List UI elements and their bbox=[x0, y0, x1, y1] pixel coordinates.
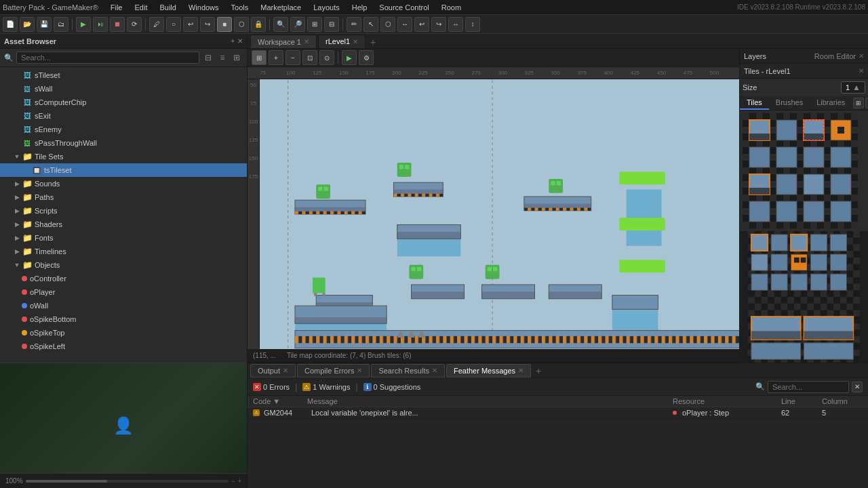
stop-btn[interactable]: ⏹ bbox=[110, 17, 125, 32]
tab-compile-errors[interactable]: Compile Errors ✕ bbox=[297, 364, 370, 378]
room-canvas[interactable] bbox=[260, 79, 739, 349]
tab-feather-close[interactable]: ✕ bbox=[518, 367, 524, 374]
tool4[interactable]: ↪ bbox=[200, 17, 215, 32]
tileset-number-up[interactable]: ▲ bbox=[852, 83, 861, 92]
flip-h-btn[interactable]: ↔ bbox=[448, 17, 463, 32]
menu-source-control[interactable]: Source Control bbox=[374, 2, 434, 13]
tool6[interactable]: 🔒 bbox=[251, 17, 266, 32]
tab-brushes[interactable]: Brushes bbox=[769, 96, 810, 110]
menu-file[interactable]: File bbox=[105, 2, 128, 13]
filter-icon[interactable]: ⊟ bbox=[202, 52, 214, 64]
tree-item-sExit[interactable]: 🖼 sExit bbox=[0, 109, 247, 123]
folder-arrow-timelines[interactable]: ▶ bbox=[12, 247, 22, 256]
tree-item-Sounds[interactable]: ▶ 📁 Sounds bbox=[0, 177, 247, 190]
tool2[interactable]: ○ bbox=[166, 17, 181, 32]
feather-close-btn[interactable]: ✕ bbox=[852, 382, 863, 392]
tree-item-Scripts[interactable]: ▶ 📁 Scripts bbox=[0, 204, 247, 218]
tab-compile-errors-close[interactable]: ✕ bbox=[357, 367, 362, 374]
tab-rlevel1[interactable]: rLevel1 ✕ bbox=[318, 35, 366, 48]
tab-output[interactable]: Output ✕ bbox=[250, 364, 296, 378]
search-btn[interactable]: 🔍 bbox=[273, 17, 288, 32]
erase-btn[interactable]: ⬡ bbox=[380, 17, 395, 32]
tool5[interactable]: ⬡ bbox=[234, 17, 249, 32]
new-btn[interactable]: 📄 bbox=[3, 17, 18, 32]
tab-tiles[interactable]: Tiles bbox=[740, 96, 769, 110]
tab-rlevel1-close[interactable]: ✕ bbox=[353, 38, 358, 45]
tab-search-results-close[interactable]: ✕ bbox=[432, 367, 437, 374]
menu-build[interactable]: Build bbox=[154, 2, 181, 13]
tab-output-close[interactable]: ✕ bbox=[283, 367, 288, 374]
run-btn[interactable]: ▶ bbox=[76, 17, 91, 32]
tree-item-oSpikeLeft[interactable]: oSpikeLeft bbox=[0, 340, 247, 353]
menu-help[interactable]: Help bbox=[347, 2, 373, 13]
tree-item-Paths[interactable]: ▶ 📁 Paths bbox=[0, 190, 247, 204]
tab-workspace[interactable]: Workspace 1 ✕ bbox=[250, 35, 317, 48]
tiles-panel-close[interactable]: ✕ bbox=[859, 67, 864, 75]
zoom-in-btn[interactable]: + bbox=[269, 50, 283, 65]
folder-arrow-objects[interactable]: ▼ bbox=[12, 260, 22, 270]
folder-arrow-paths[interactable]: ▶ bbox=[12, 192, 22, 202]
table-row-0[interactable]: ⚠ GM2044 Local variable 'onepixel' is al… bbox=[248, 407, 868, 419]
feather-search-input[interactable] bbox=[768, 381, 849, 393]
asset-browser-close[interactable]: ✕ bbox=[237, 37, 243, 45]
tool1[interactable]: 🖊 bbox=[149, 17, 164, 32]
menu-tools[interactable]: Tools bbox=[226, 2, 254, 13]
tileset-preview-large[interactable] bbox=[740, 231, 868, 363]
zoom-out-btn[interactable]: − bbox=[285, 50, 300, 65]
save-btn[interactable]: 💾 bbox=[37, 17, 52, 32]
tree-item-oSpikeBottom[interactable]: oSpikeBottom bbox=[0, 312, 247, 326]
view-grid-btn[interactable]: ⊞ bbox=[252, 50, 267, 65]
tree-item-oSpikeTop[interactable]: oSpikeTop bbox=[0, 326, 247, 340]
menu-edit[interactable]: Edit bbox=[130, 2, 153, 13]
open-btn[interactable]: 📂 bbox=[20, 17, 35, 32]
tree-item-sComputerChip[interactable]: 🖼 sComputerChip bbox=[0, 96, 247, 109]
fit-btn[interactable]: ⊡ bbox=[302, 50, 317, 65]
tab-add[interactable]: + bbox=[367, 36, 379, 48]
tile-zoom-in[interactable]: + bbox=[865, 98, 868, 108]
tree-item-sPassThroughWall[interactable]: 🖼 sPassThroughWall bbox=[0, 136, 247, 150]
tool3[interactable]: ↩ bbox=[183, 17, 198, 32]
layout-btn[interactable]: ⊟ bbox=[324, 17, 339, 32]
select-btn[interactable]: ↖ bbox=[363, 17, 378, 32]
tab-libraries[interactable]: Libraries bbox=[810, 96, 852, 110]
menu-room[interactable]: Room bbox=[436, 2, 467, 13]
clean-btn[interactable]: ⟳ bbox=[127, 17, 142, 32]
save-all-btn[interactable]: 🗂 bbox=[54, 17, 68, 32]
asset-search-input[interactable] bbox=[16, 52, 199, 64]
tool-color[interactable]: ■ bbox=[217, 17, 232, 32]
menu-marketplace[interactable]: Marketplace bbox=[255, 2, 307, 13]
zoom-plus[interactable]: + bbox=[238, 478, 241, 485]
right-panel-close[interactable]: ✕ bbox=[859, 52, 864, 60]
folder-arrow-fonts[interactable]: ▶ bbox=[12, 233, 22, 243]
asset-browser-add[interactable]: + bbox=[231, 37, 235, 45]
folder-arrow-sounds[interactable]: ▶ bbox=[12, 179, 22, 188]
tile-grid-view[interactable]: ⊞ bbox=[853, 98, 864, 108]
redo-btn[interactable]: ↪ bbox=[431, 17, 446, 32]
tileset-preview[interactable] bbox=[743, 113, 858, 228]
tab-feather-messages[interactable]: Feather Messages ✕ bbox=[446, 364, 531, 378]
menu-windows[interactable]: Windows bbox=[183, 2, 224, 13]
tree-item-oController[interactable]: oController bbox=[0, 272, 247, 285]
tree-item-sWall[interactable]: 🖼 sWall bbox=[0, 82, 247, 96]
tree-item-Objects[interactable]: ▼ 📁 Objects bbox=[0, 258, 247, 272]
grid-btn[interactable]: ⊞ bbox=[307, 17, 322, 32]
tree-item-sTileset[interactable]: 🖼 sTileset bbox=[0, 68, 247, 82]
tree-item-oWall[interactable]: oWall bbox=[0, 299, 247, 312]
folder-arrow-tilesets[interactable]: ▼ bbox=[12, 152, 22, 161]
flip-v-btn[interactable]: ↕ bbox=[465, 17, 480, 32]
tree-item-Fonts[interactable]: ▶ 📁 Fonts bbox=[0, 231, 247, 245]
folder-arrow-shaders[interactable]: ▶ bbox=[12, 220, 22, 229]
tree-item-TileSets[interactable]: ▼ 📁 Tile Sets bbox=[0, 150, 247, 163]
undo-btn[interactable]: ↩ bbox=[414, 17, 429, 32]
tab-workspace-close[interactable]: ✕ bbox=[304, 38, 309, 45]
search2-btn[interactable]: 🔎 bbox=[290, 17, 305, 32]
canvas-play-btn[interactable]: ▶ bbox=[342, 50, 357, 65]
bottom-tab-add[interactable]: + bbox=[532, 365, 545, 377]
tab-search-results[interactable]: Search Results ✕ bbox=[371, 364, 445, 378]
debug-btn[interactable]: ⏯ bbox=[93, 17, 108, 32]
folder-arrow-scripts[interactable]: ▶ bbox=[12, 206, 22, 216]
tree-item-Timelines[interactable]: ▶ 📁 Timelines bbox=[0, 245, 247, 258]
draw-tools[interactable]: ✏ bbox=[347, 17, 361, 32]
tree-item-tsTileset[interactable]: 🔲 tsTileset bbox=[0, 163, 247, 177]
view-icon[interactable]: ⊞ bbox=[231, 52, 243, 64]
